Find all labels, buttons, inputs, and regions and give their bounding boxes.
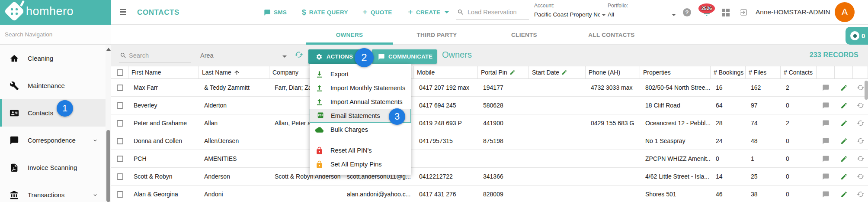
row-checkbox[interactable] xyxy=(117,173,123,180)
menu-item-export[interactable]: Export xyxy=(310,67,411,81)
rate-query-button[interactable]: $RATE QUERY xyxy=(302,0,348,25)
menu-item-label: Bulk Charges xyxy=(330,126,368,133)
column-label: # Files xyxy=(749,69,766,76)
table-header: First NameLast NameCompanyEmailMobilePor… xyxy=(111,66,868,79)
tab-owners[interactable]: OWNERS xyxy=(306,25,393,45)
refresh-icon xyxy=(857,190,865,198)
sidebar-item-maintenance[interactable]: Maintenance xyxy=(0,72,111,99)
cloud-icon xyxy=(315,126,323,134)
table-row[interactable]: PCHAMENITIESZPCPN WHIZZ Amenit...010 xyxy=(111,150,868,168)
row-checkbox[interactable] xyxy=(117,120,123,127)
contact-card-icon xyxy=(10,108,19,118)
cell-mobile: 0417 694 245 xyxy=(414,97,478,114)
scrollbar-thumb[interactable] xyxy=(106,130,110,202)
topbar-action-label: QUOTE xyxy=(371,9,392,16)
cell-last_name: Alderton xyxy=(199,97,269,114)
cell-properties: Shores 501 xyxy=(640,186,711,202)
file-doc-icon xyxy=(10,163,19,173)
sidebar-scrollbar[interactable] xyxy=(106,45,111,202)
row-checkbox[interactable] xyxy=(117,191,123,198)
row-checkbox[interactable] xyxy=(117,85,123,91)
sms-button[interactable]: SMS xyxy=(264,0,287,25)
quote-button[interactable]: +QUOTE xyxy=(362,0,392,25)
chevron-down-icon xyxy=(92,137,98,143)
column-header-phone-ah-[interactable]: Phone (AH) xyxy=(586,66,640,78)
search-icon xyxy=(457,9,464,16)
column-header-properties[interactable]: Properties xyxy=(640,66,711,78)
refresh-icon[interactable] xyxy=(295,50,303,59)
sidebar-item-label: Cleaning xyxy=(28,55,53,62)
table-row[interactable]: BeverleyAlderton0417 694 24558062818 Cli… xyxy=(111,97,868,114)
scroll-up-arrow-icon[interactable] xyxy=(106,48,111,51)
chat-icon xyxy=(10,136,19,145)
column-header-start-date[interactable]: Start Date xyxy=(529,66,586,78)
communicate-button[interactable]: COMMUNICATE xyxy=(372,49,437,64)
column-header--bookings[interactable]: # Bookings xyxy=(711,66,746,78)
column-header-portal-pin[interactable]: Portal Pin xyxy=(478,66,529,78)
cell-properties: Oceancrest 12 - Pebbl... xyxy=(640,114,711,132)
record-dot-icon xyxy=(850,31,859,40)
tab-third-party[interactable]: THIRD PARTY xyxy=(393,25,480,45)
menu-item-import-monthly-statements[interactable]: Import Monthly Statements xyxy=(310,81,411,95)
tab-label: CLIENTS xyxy=(511,32,537,38)
hamburger-menu-icon[interactable] xyxy=(120,9,126,15)
refresh-icon xyxy=(295,50,303,59)
column-header-icons[interactable] xyxy=(853,66,868,78)
cell-phone_ah xyxy=(586,132,640,150)
column-header-icons[interactable] xyxy=(817,66,835,78)
table-scrollbar-thumb[interactable] xyxy=(865,81,868,100)
column-header--files[interactable]: # Files xyxy=(746,66,781,78)
cell-bookings: 46 xyxy=(711,186,746,202)
sidebar-item-transactions[interactable]: Transactions xyxy=(0,181,111,202)
table-row[interactable]: Peter and GrahameAllanAllan, Peter an041… xyxy=(111,114,868,132)
column-header-checkbox[interactable] xyxy=(111,66,128,78)
counter-chip[interactable]: 0 xyxy=(846,27,868,45)
sidebar-item-contacts[interactable]: Contacts xyxy=(0,99,111,127)
portfolio-label: Portfolio: xyxy=(608,3,628,9)
cell-contacts: 0 xyxy=(781,150,817,167)
menu-item-import-annual-statements[interactable]: Import Annual Statements xyxy=(310,95,411,109)
column-header-icons[interactable] xyxy=(835,66,853,78)
table-row[interactable]: Donna and CollenAllen/Jensen041795731587… xyxy=(111,132,868,150)
cell-contacts: 0 xyxy=(781,97,817,114)
column-header-last-name[interactable]: Last Name xyxy=(199,66,269,78)
menu-item-set-all-empty-pins[interactable]: Set All Empty Pins xyxy=(310,157,411,171)
row-checkbox[interactable] xyxy=(117,102,123,109)
app-root: homhero Search Navigation CleaningMainte… xyxy=(0,0,868,202)
help-icon[interactable]: ? xyxy=(683,8,691,16)
sidebar-item-invoice-scanning[interactable]: Invoice Scanning xyxy=(0,154,111,181)
column-label: Properties xyxy=(643,69,671,76)
cell-start_date xyxy=(529,186,586,202)
table-body: Max Farr& Teddy ZammittFarr, Dian; Zam04… xyxy=(111,79,868,202)
notifications-button[interactable]: 2526 xyxy=(698,3,716,17)
row-checkbox[interactable] xyxy=(117,138,123,144)
chevron-down-icon xyxy=(602,14,606,16)
column-header--contacts[interactable]: # Contacts xyxy=(781,66,817,78)
table-row[interactable]: Scott & RobynAndersonScott & Robyn Ander… xyxy=(111,168,868,186)
load-reservation-search[interactable]: Load Reservation xyxy=(457,0,530,25)
create-button[interactable]: +CREATE xyxy=(408,0,449,25)
tabs: OWNERSTHIRD PARTYCLIENTSALL CONTACTS xyxy=(306,25,655,45)
logout-icon[interactable] xyxy=(740,8,748,16)
apps-grid-icon[interactable] xyxy=(722,9,730,16)
actions-button-label: ACTIONS xyxy=(327,53,353,60)
table-row[interactable]: Alan & GeorginaAndonialan.andoni@yahoo.c… xyxy=(111,186,868,202)
sidebar-item-correspondence[interactable]: Correspondence xyxy=(0,127,111,154)
select-all-checkbox[interactable] xyxy=(117,69,123,76)
tab-all-contacts[interactable]: ALL CONTACTS xyxy=(568,25,655,45)
table-row[interactable]: Max Farr& Teddy ZammittFarr, Dian; Zam04… xyxy=(111,79,868,97)
edit-icon xyxy=(840,120,848,127)
column-header-mobile[interactable]: Mobile xyxy=(414,66,478,78)
sidebar-item-cleaning[interactable]: Cleaning xyxy=(0,45,111,72)
cell-files: 38 xyxy=(746,186,781,202)
tab-clients[interactable]: CLIENTS xyxy=(480,25,568,45)
column-header-first-name[interactable]: First Name xyxy=(128,66,199,78)
cell-bookings: 28 xyxy=(711,114,746,132)
avatar[interactable]: A xyxy=(835,2,855,22)
row-checkbox[interactable] xyxy=(117,156,123,162)
sidebar-search-input[interactable]: Search Navigation xyxy=(0,25,111,45)
cell-bookings: 14 xyxy=(711,168,746,185)
cell-bookings: 64 xyxy=(711,97,746,114)
step-badge-3: 3 xyxy=(389,108,405,125)
menu-item-reset-all-pin-s[interactable]: Reset All PIN's xyxy=(310,143,411,157)
